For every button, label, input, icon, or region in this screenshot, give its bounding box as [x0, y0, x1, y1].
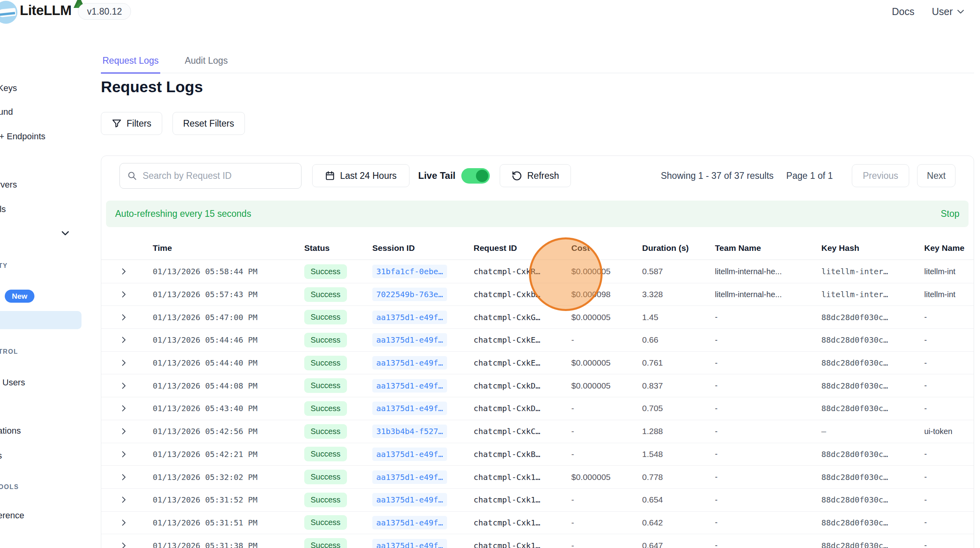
cell-time: 01/13/2026 05:43:40 PM [153, 404, 258, 413]
sidebar-collapse-chevron-down-icon[interactable] [60, 228, 70, 238]
cell-cost: - [571, 518, 574, 527]
session-id-link[interactable]: aa1375d1-e49f… [372, 470, 447, 484]
sidebar-section-observability: TY [0, 262, 8, 269]
cell-key-name: - [924, 472, 927, 481]
litellm-logo-icon[interactable] [0, 1, 17, 24]
session-id-link[interactable]: aa1375d1-e49f… [372, 311, 447, 324]
column-header-session: Session ID [372, 243, 474, 253]
row-expander-chevron-right-icon[interactable] [119, 450, 128, 459]
session-id-link[interactable]: aa1375d1-e49f… [372, 333, 447, 347]
status-badge: Success [304, 538, 347, 548]
session-id-link[interactable]: 31b3b4b4-f527… [372, 425, 447, 438]
filters-button[interactable]: Filters [101, 112, 162, 135]
session-id-link[interactable]: aa1375d1-e49f… [372, 493, 447, 506]
table-row[interactable]: 01/13/2026 05:42:21 PM Success aa1375d1-… [101, 443, 974, 466]
sidebar-item-logs-selected[interactable] [0, 311, 82, 329]
table-row[interactable]: 01/13/2026 05:31:51 PM Success aa1375d1-… [101, 512, 974, 535]
logs-panel: Last 24 Hours Live Tail Refresh Showing … [101, 155, 974, 548]
cell-team-name: litellm-internal-he... [715, 267, 782, 276]
session-id-link[interactable]: aa1375d1-e49f… [372, 448, 447, 461]
page-title: Request Logs [101, 78, 203, 96]
cell-duration: 0.654 [642, 495, 663, 504]
table-row[interactable]: 01/13/2026 05:31:38 PM Success aa1375d1-… [101, 534, 974, 548]
table-row[interactable]: 01/13/2026 05:44:08 PM Success aa1375d1-… [101, 374, 974, 397]
sidebar-item-organizations[interactable]: ations [0, 426, 21, 436]
cell-time: 01/13/2026 05:44:46 PM [153, 335, 258, 345]
next-page-button[interactable]: Next [917, 164, 955, 187]
reset-filters-button[interactable]: Reset Filters [172, 112, 245, 135]
cell-cost: $0.000005 [571, 313, 610, 322]
table-row[interactable]: 01/13/2026 05:57:43 PM Success 7022549b-… [101, 283, 974, 306]
sidebar-item-internal-users[interactable]: Users [2, 377, 25, 388]
row-expander-chevron-right-icon[interactable] [119, 313, 128, 322]
table-row[interactable]: 01/13/2026 05:43:40 PM Success aa1375d1-… [101, 397, 974, 420]
table-row[interactable]: 01/13/2026 05:58:44 PM Success 31bfa1cf-… [101, 260, 974, 283]
cell-duration: 3.328 [642, 290, 663, 299]
row-expander-chevron-right-icon[interactable] [119, 381, 128, 390]
session-id-link[interactable]: aa1375d1-e49f… [372, 539, 447, 548]
tab-audit-logs[interactable]: Audit Logs [183, 51, 229, 73]
table-row[interactable]: 01/13/2026 05:31:52 PM Success aa1375d1-… [101, 489, 974, 512]
status-badge: Success [304, 378, 347, 393]
table-row[interactable]: 01/13/2026 05:47:00 PM Success aa1375d1-… [101, 306, 974, 329]
session-id-link[interactable]: aa1375d1-e49f… [372, 516, 447, 529]
cell-key-name: litellm-int [924, 267, 955, 276]
user-menu[interactable]: User [932, 6, 965, 17]
session-id-link[interactable]: 31bfa1cf-0ebe… [372, 265, 447, 278]
search-input[interactable] [142, 171, 294, 181]
row-expander-chevron-right-icon[interactable] [119, 404, 128, 413]
time-range-button[interactable]: Last 24 Hours [312, 164, 409, 187]
sidebar-item-keys[interactable]: Keys [0, 83, 17, 93]
chevron-down-icon [956, 7, 965, 16]
column-header-duration: Duration (s) [642, 243, 715, 253]
cell-request-id: chatcmpl-CxkB… [474, 449, 540, 459]
row-expander-chevron-right-icon[interactable] [119, 495, 128, 504]
refresh-button[interactable]: Refresh [500, 164, 571, 187]
cell-cost: $0.000005 [571, 381, 610, 390]
time-range-label: Last 24 Hours [340, 171, 396, 181]
table-row[interactable]: 01/13/2026 05:32:02 PM Success aa1375d1-… [101, 466, 974, 489]
row-expander-chevron-right-icon[interactable] [119, 518, 128, 527]
tab-request-logs[interactable]: Request Logs [101, 51, 160, 74]
session-id-link[interactable]: aa1375d1-e49f… [372, 356, 447, 370]
row-expander-chevron-right-icon[interactable] [119, 336, 128, 344]
docs-link[interactable]: Docs [892, 6, 914, 17]
row-expander-chevron-right-icon[interactable] [119, 427, 128, 436]
row-expander-chevron-right-icon[interactable] [119, 358, 128, 367]
table-row[interactable]: 01/13/2026 05:44:40 PM Success aa1375d1-… [101, 352, 974, 375]
cell-key-name: - [924, 541, 927, 548]
cell-request-id: chatcmpl-Cxk1… [474, 472, 540, 482]
cell-team-name: - [715, 518, 718, 527]
cell-cost: - [571, 427, 574, 436]
sidebar-item-playground[interactable]: und [0, 107, 13, 117]
sidebar-item-teams[interactable]: s [0, 451, 2, 461]
top-header: LiteLLM v1.80.12 Docs User [0, 0, 980, 23]
search-icon [127, 170, 137, 181]
stop-auto-refresh-link[interactable]: Stop [941, 209, 959, 219]
column-header-keyname: Key Name [924, 243, 974, 253]
sidebar-item-guardrails[interactable]: ils [0, 204, 6, 214]
cell-request-id: chatcmpl-CxkR… [474, 267, 540, 276]
session-id-link[interactable]: 7022549b-763e… [372, 288, 447, 301]
table-row[interactable]: 01/13/2026 05:42:56 PM Success 31b3b4b4-… [101, 420, 974, 443]
sidebar-item-inference[interactable]: erence [0, 510, 24, 521]
previous-page-button[interactable]: Previous [852, 164, 909, 187]
cell-team-name: - [715, 541, 718, 548]
row-expander-chevron-right-icon[interactable] [119, 473, 128, 482]
session-id-link[interactable]: aa1375d1-e49f… [372, 379, 447, 393]
cell-team-name: - [715, 495, 718, 504]
sidebar-item-servers[interactable]: rvers [0, 180, 17, 190]
table-row[interactable]: 01/13/2026 05:44:46 PM Success aa1375d1-… [101, 329, 974, 352]
live-tail-toggle[interactable] [461, 168, 490, 184]
status-badge: Success [304, 447, 347, 461]
row-expander-chevron-right-icon[interactable] [119, 290, 128, 299]
row-expander-chevron-right-icon[interactable] [119, 541, 128, 548]
cell-key-name: - [924, 336, 927, 344]
session-id-link[interactable]: aa1375d1-e49f… [372, 402, 447, 415]
row-expander-chevron-right-icon[interactable] [119, 267, 128, 276]
cell-key-hash: litellm-inter… [821, 290, 888, 299]
auto-refresh-banner: Auto-refreshing every 15 seconds Stop [106, 201, 969, 227]
refresh-icon [512, 171, 522, 181]
status-badge: Success [304, 515, 347, 530]
sidebar-item-models-endpoints[interactable]: + Endpoints [0, 131, 45, 142]
